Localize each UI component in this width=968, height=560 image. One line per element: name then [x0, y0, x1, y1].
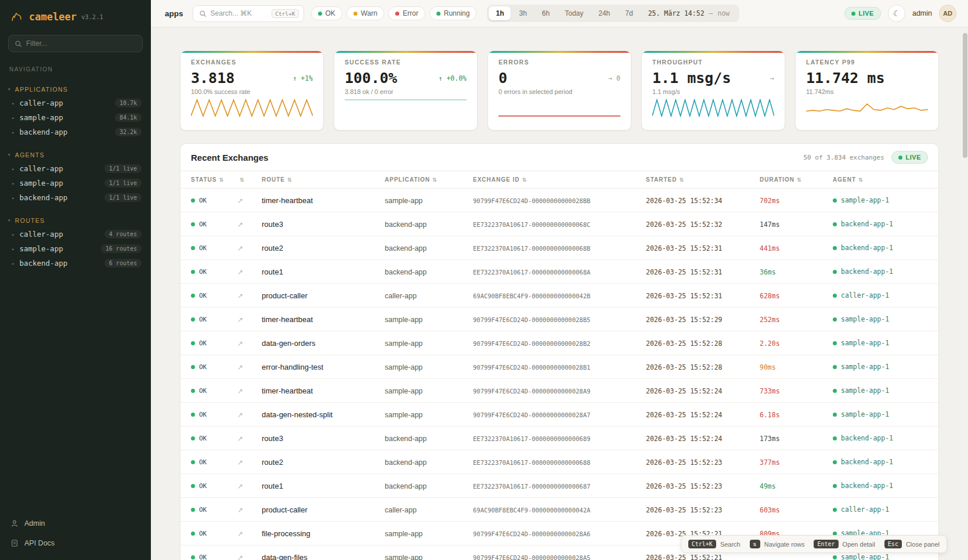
column-header[interactable]: AGENT⇅: [827, 171, 938, 189]
table-live-badge[interactable]: LIVE: [891, 151, 928, 164]
sidebar-filter[interactable]: [8, 35, 143, 52]
scrollbar-track[interactable]: [963, 27, 967, 560]
column-header[interactable]: STARTED⇅: [640, 171, 754, 189]
open-exchange-icon[interactable]: ↗: [237, 363, 243, 371]
open-exchange-icon[interactable]: ↗: [237, 292, 243, 300]
time-range-1h[interactable]: 1h: [489, 6, 511, 20]
table-row[interactable]: OK ↗ route3 backend-app EE7322370A10617-…: [180, 212, 938, 236]
search-box[interactable]: Ctrl+K: [193, 5, 304, 22]
sidebar-group-header[interactable]: ▾ ROUTES: [0, 214, 151, 227]
table-row[interactable]: OK ↗ product-caller caller-app 69AC90BF8…: [180, 498, 938, 522]
scrollbar-thumb[interactable]: [963, 33, 967, 158]
column-header[interactable]: DURATION⇅: [754, 171, 827, 189]
column-header-label: AGENT: [833, 176, 856, 183]
status-ok-dot: [191, 460, 195, 464]
table-row[interactable]: OK ↗ route1 backend-app EE7322370A10617-…: [180, 474, 938, 498]
application-name: backend-app: [385, 458, 427, 467]
time-range-6h[interactable]: 6h: [535, 6, 557, 20]
column-header-label: EXCHANGE ID: [473, 176, 519, 183]
sidebar-group-header[interactable]: ▾ AGENTS: [0, 149, 151, 161]
sidebar-item-badge: 1/1 live: [104, 179, 142, 187]
sidebar-item[interactable]: ▸ sample-app 1/1 live: [0, 176, 151, 190]
open-exchange-icon[interactable]: ↗: [237, 339, 243, 348]
open-exchange-icon[interactable]: ↗: [237, 316, 243, 324]
column-header[interactable]: STATUS⇅: [180, 171, 232, 189]
time-range-today[interactable]: Today: [558, 6, 590, 20]
sidebar-filter-input[interactable]: [26, 39, 136, 48]
sidebar-item[interactable]: ▸ caller-app 4 routes: [0, 227, 151, 241]
time-range-24h[interactable]: 24h: [591, 6, 617, 20]
stat-card-latency-p99[interactable]: LATENCY P99 11.742 ms 11.742ms: [795, 50, 939, 131]
open-exchange-icon[interactable]: ↗: [237, 221, 243, 229]
table-row[interactable]: OK ↗ route2 backend-app EE7322370A10617-…: [180, 236, 938, 260]
open-exchange-icon[interactable]: ↗: [237, 387, 243, 395]
sidebar-item[interactable]: ▸ backend-app 6 routes: [0, 256, 151, 270]
sort-icon[interactable]: ⇅: [522, 177, 527, 183]
live-toggle[interactable]: LIVE: [844, 7, 881, 20]
agent-cell: sample-app-1: [833, 315, 933, 323]
table-row[interactable]: OK ↗ route3 backend-app EE7322370A10617-…: [180, 427, 938, 450]
sidebar-item[interactable]: ▸ backend-app 1/1 live: [0, 190, 151, 205]
stat-card-exchanges[interactable]: EXCHANGES 3.818 ↑ +1% 100.0% success rat…: [180, 50, 324, 131]
sidebar-group-header[interactable]: ▾ APPLICATIONS: [0, 83, 151, 96]
logo[interactable]: cameleer v3.2.1: [0, 0, 151, 30]
panel-header: Recent Exchanges 50 of 3.834 exchanges L…: [180, 144, 938, 171]
sort-icon[interactable]: ⇅: [679, 177, 684, 183]
sidebar-item[interactable]: ▸ caller-app 10.7k: [0, 96, 151, 110]
table-row[interactable]: OK ↗ data-gen-orders sample-app 90799F47…: [180, 331, 938, 355]
sidebar-item[interactable]: ▸ sample-app 16 routes: [0, 241, 151, 256]
status-filter-ok[interactable]: OK: [311, 6, 342, 20]
route-name: route2: [262, 458, 283, 467]
status-filter-warn[interactable]: Warn: [346, 6, 384, 20]
sidebar-item-badge: 16 routes: [101, 244, 142, 253]
column-header[interactable]: ⇅: [232, 171, 256, 189]
open-exchange-icon[interactable]: ↗: [237, 458, 243, 467]
sparkline-chart: [499, 99, 620, 117]
sidebar-item[interactable]: ▸ sample-app 84.1k: [0, 110, 151, 125]
sort-icon[interactable]: ⇅: [287, 177, 292, 183]
sort-icon[interactable]: ⇅: [219, 177, 225, 183]
sidebar-item-api-docs[interactable]: API Docs: [0, 533, 151, 553]
open-exchange-icon[interactable]: ↗: [237, 435, 243, 443]
status-filter-error[interactable]: Error: [388, 6, 425, 20]
table-row[interactable]: OK ↗ error-handling-test sample-app 9079…: [180, 355, 938, 379]
time-range-3h[interactable]: 3h: [512, 6, 533, 20]
sidebar-item-admin[interactable]: Admin: [0, 514, 151, 533]
avatar[interactable]: AD: [939, 5, 956, 22]
column-header[interactable]: EXCHANGE ID⇅: [467, 171, 640, 189]
search-input[interactable]: [211, 9, 268, 17]
column-header[interactable]: APPLICATION⇅: [379, 171, 467, 189]
date-range[interactable]: 25. März 14:52 — now: [641, 9, 738, 17]
open-exchange-icon[interactable]: ↗: [237, 482, 243, 490]
open-exchange-icon[interactable]: ↗: [237, 506, 243, 514]
sidebar-item-label: caller-app: [19, 230, 63, 239]
sort-icon[interactable]: ⇅: [858, 177, 864, 183]
table-row[interactable]: OK ↗ product-caller caller-app 69AC90BF8…: [180, 284, 938, 308]
open-exchange-icon[interactable]: ↗: [237, 530, 243, 538]
exchange-count: 50 of 3.834 exchanges: [803, 154, 884, 161]
open-exchange-icon[interactable]: ↗: [237, 554, 243, 560]
stat-card-throughput[interactable]: THROUGHPUT 1.1 msg/s → 1.1 msg/s: [641, 50, 785, 131]
table-row[interactable]: OK ↗ timer-heartbeat sample-app 90799F47…: [180, 308, 938, 331]
table-row[interactable]: OK ↗ timer-heartbeat sample-app 90799F47…: [180, 379, 938, 403]
table-row[interactable]: OK ↗ route1 backend-app EE7322370A10617-…: [180, 260, 938, 284]
open-exchange-icon[interactable]: ↗: [237, 268, 243, 276]
sort-icon[interactable]: ⇅: [797, 177, 802, 183]
column-header[interactable]: ROUTE⇅: [256, 171, 379, 189]
open-exchange-icon[interactable]: ↗: [237, 244, 243, 252]
time-range-7d[interactable]: 7d: [618, 6, 640, 20]
table-row[interactable]: OK ↗ data-gen-nested-split sample-app 90…: [180, 403, 938, 427]
open-exchange-icon[interactable]: ↗: [237, 411, 243, 419]
sort-icon[interactable]: ⇅: [432, 177, 438, 183]
stat-card-errors[interactable]: ERRORS 0 → 0 0 errors in selected period: [487, 50, 631, 131]
open-exchange-icon[interactable]: ↗: [237, 197, 243, 205]
sidebar-item[interactable]: ▸ backend-app 32.2k: [0, 125, 151, 139]
sparkline-chart: [345, 99, 467, 117]
status-filter-running[interactable]: Running: [429, 6, 477, 20]
stat-card-success-rate[interactable]: SUCCESS RATE 100.0% ↑ +0.0% 3.818 ok / 0…: [334, 50, 478, 131]
sort-icon[interactable]: ⇅: [240, 177, 245, 183]
table-row[interactable]: OK ↗ route2 backend-app EE7322370A10617-…: [180, 450, 938, 474]
table-row[interactable]: OK ↗ timer-heartbeat sample-app 90799F47…: [180, 189, 938, 212]
sidebar-item[interactable]: ▸ caller-app 1/1 live: [0, 161, 151, 176]
dark-mode-toggle[interactable]: ☾: [888, 5, 905, 22]
